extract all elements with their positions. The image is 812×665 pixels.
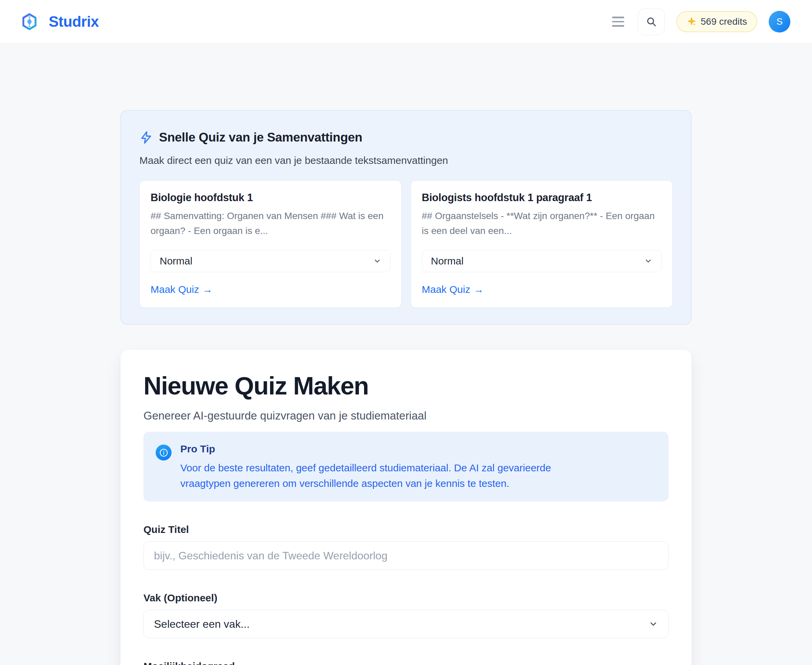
user-avatar[interactable]: S bbox=[769, 11, 790, 33]
menu-icon bbox=[612, 16, 624, 18]
difficulty-select-value: Normal bbox=[160, 255, 193, 267]
lightning-icon bbox=[139, 131, 153, 144]
summary-card: Biologists hoofdstuk 1 paragraaf 1 ## Or… bbox=[411, 180, 673, 308]
subject-select-value: Selecteer een vak... bbox=[154, 618, 250, 631]
subject-select[interactable]: Selecteer een vak... bbox=[144, 610, 668, 638]
difficulty-select[interactable]: Normal bbox=[150, 250, 390, 272]
chevron-down-icon bbox=[649, 619, 658, 629]
summary-card-title: Biologists hoofdstuk 1 paragraaf 1 bbox=[422, 192, 662, 204]
quick-quiz-title: Snelle Quiz van je Samenvattingen bbox=[159, 130, 362, 144]
brand-name: Studrix bbox=[49, 13, 99, 30]
credits-badge[interactable]: 569 credits bbox=[676, 11, 757, 32]
arrow-right-icon: → bbox=[202, 284, 212, 295]
summary-card-excerpt: ## Orgaanstelsels - **Wat zijn organen?*… bbox=[422, 208, 662, 238]
search-icon bbox=[646, 16, 657, 27]
brand[interactable]: Studrix bbox=[22, 13, 99, 30]
pro-tip-title: Pro Tip bbox=[180, 443, 559, 455]
avatar-initial: S bbox=[776, 16, 783, 27]
chevron-down-icon bbox=[644, 257, 652, 265]
summary-card-title: Biologie hoofdstuk 1 bbox=[150, 192, 390, 204]
summary-card: Biologie hoofdstuk 1 ## Samenvatting: Or… bbox=[139, 180, 402, 308]
menu-button[interactable] bbox=[610, 15, 626, 29]
pro-tip-box: Pro Tip Voor de beste resultaten, geef g… bbox=[144, 432, 668, 501]
difficulty-select[interactable]: Normal bbox=[422, 250, 662, 272]
difficulty-field: Moeilijkheidsgraad Normaal - Begrip en t… bbox=[144, 661, 668, 665]
info-icon bbox=[156, 445, 172, 460]
summary-card-excerpt: ## Samenvatting: Organen van Mensen ### … bbox=[150, 208, 390, 238]
sparkle-icon bbox=[686, 16, 697, 27]
quick-quiz-panel: Snelle Quiz van je Samenvattingen Maak d… bbox=[121, 110, 691, 325]
subject-field: Vak (Optioneel) Selecteer een vak... bbox=[144, 592, 668, 638]
quiz-title-label: Quiz Titel bbox=[144, 524, 668, 535]
arrow-right-icon: → bbox=[474, 284, 484, 295]
page-subtitle: Genereer AI-gestuurde quizvragen van je … bbox=[144, 409, 668, 422]
credits-label: 569 credits bbox=[701, 16, 747, 27]
chevron-down-icon bbox=[373, 257, 381, 265]
make-quiz-link[interactable]: Maak Quiz → bbox=[422, 284, 484, 295]
subject-label: Vak (Optioneel) bbox=[144, 592, 668, 604]
difficulty-select-value: Normal bbox=[431, 255, 464, 267]
search-button[interactable] bbox=[638, 8, 665, 35]
difficulty-label: Moeilijkheidsgraad bbox=[144, 661, 668, 665]
page-title: Nieuwe Quiz Maken bbox=[144, 373, 668, 398]
quiz-title-field: Quiz Titel bbox=[144, 524, 668, 570]
new-quiz-card: Nieuwe Quiz Maken Genereer AI-gestuurde … bbox=[121, 350, 691, 665]
quiz-title-input[interactable] bbox=[144, 541, 668, 570]
brand-logo-icon bbox=[22, 13, 37, 30]
app-header: Studrix 569 credits S bbox=[0, 0, 812, 44]
quick-quiz-subtitle: Maak direct een quiz van een van je best… bbox=[139, 155, 673, 166]
make-quiz-link[interactable]: Maak Quiz → bbox=[150, 284, 212, 295]
pro-tip-body: Voor de beste resultaten, geef gedetaill… bbox=[180, 460, 559, 491]
